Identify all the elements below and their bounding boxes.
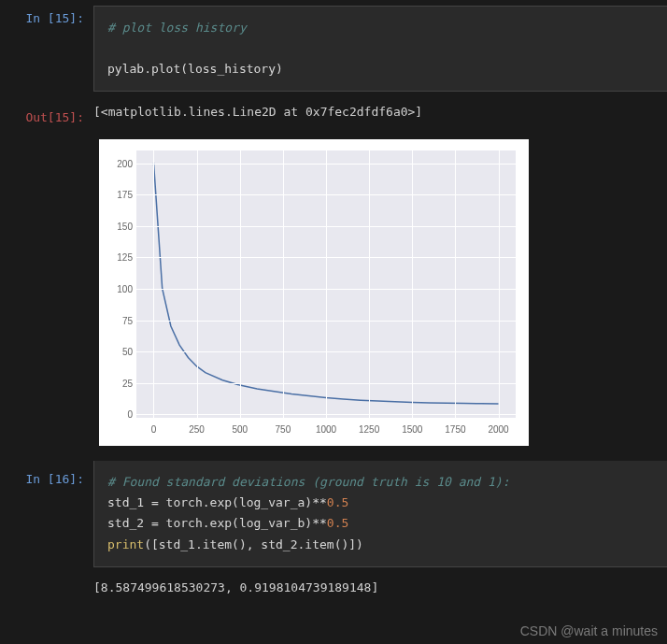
code-comment: # plot loss history — [107, 21, 247, 35]
ytick-label: 25 — [122, 378, 133, 388]
code-num-2: 0.5 — [327, 516, 348, 530]
plot-output: 0255075100125150175200025050075010001250… — [93, 128, 667, 455]
plot-axes — [136, 150, 516, 418]
code-print: print — [107, 537, 144, 551]
xtick-label: 1000 — [316, 424, 336, 435]
xtick-label: 1250 — [359, 424, 379, 435]
output-repr-15: [<matplotlib.lines.Line2D at 0x7fec2dfdf… — [93, 99, 667, 128]
code-line-1a: std_1 = torch.exp(log_var_a)** — [107, 495, 327, 509]
ytick-label: 75 — [122, 315, 133, 325]
xtick-label: 750 — [276, 424, 291, 435]
ytick-label: 50 — [122, 347, 133, 357]
ytick-label: 0 — [127, 409, 133, 420]
plot-row: 0255075100125150175200025050075010001250… — [0, 128, 667, 455]
xtick-label: 1750 — [445, 424, 465, 435]
grid-line-v — [455, 150, 456, 418]
watermark: CSDN @wait a minutes — [520, 623, 658, 638]
grid-line-v — [369, 150, 370, 418]
xtick-label: 1500 — [402, 424, 422, 435]
ytick-label: 175 — [117, 190, 133, 200]
xtick-label: 250 — [189, 424, 205, 435]
ytick-label: 100 — [117, 283, 133, 293]
prompt-plot-spacer — [0, 128, 93, 139]
grid-line-v — [499, 150, 500, 418]
grid-line-v — [197, 150, 198, 418]
code-area-16[interactable]: # Found standard deviations (ground trut… — [93, 461, 667, 566]
xtick-label: 500 — [232, 424, 248, 435]
prompt-out-spacer-16 — [0, 575, 93, 586]
code-line-3b: ([std_1.item(), std_2.item()]) — [144, 537, 363, 551]
stdout-16: [8.587499618530273, 0.9198104739189148] — [93, 575, 667, 604]
prompt-out-15: Out[15]: — [0, 99, 93, 124]
prompt-in-15: In [15]: — [0, 0, 93, 25]
ytick-label: 150 — [117, 221, 133, 231]
stdout-text: [8.587499618530273, 0.9198104739189148] — [93, 580, 378, 594]
output-text: [<matplotlib.lines.Line2D at 0x7fec2dfdf… — [93, 105, 422, 119]
output-row-15: Out[15]: [<matplotlib.lines.Line2D at 0x… — [0, 99, 667, 128]
code-line-2a: std_2 = torch.exp(log_var_b)** — [107, 516, 327, 530]
code-num-1: 0.5 — [327, 495, 348, 509]
code-line: pylab.plot(loss_history) — [107, 62, 283, 76]
code-area-15[interactable]: # plot loss history pylab.plot(loss_hist… — [93, 6, 667, 92]
input-cell-16: In [16]: # Found standard deviations (gr… — [0, 461, 667, 574]
prompt-in-16: In [16]: — [0, 461, 93, 486]
ytick-label: 125 — [117, 252, 133, 263]
xtick-label: 0 — [151, 424, 157, 435]
grid-line-v — [283, 150, 284, 418]
matplotlib-figure: 0255075100125150175200025050075010001250… — [99, 139, 529, 446]
output-row-16: [8.587499618530273, 0.9198104739189148] — [0, 575, 667, 604]
grid-line-v — [153, 150, 154, 418]
xtick-label: 2000 — [488, 424, 508, 435]
ytick-label: 200 — [117, 158, 133, 168]
input-cell-15: In [15]: # plot loss history pylab.plot(… — [0, 0, 667, 99]
code-comment-16: # Found standard deviations (ground trut… — [107, 475, 509, 489]
grid-line-v — [240, 150, 241, 418]
grid-line-v — [326, 150, 327, 418]
grid-line-v — [412, 150, 413, 418]
